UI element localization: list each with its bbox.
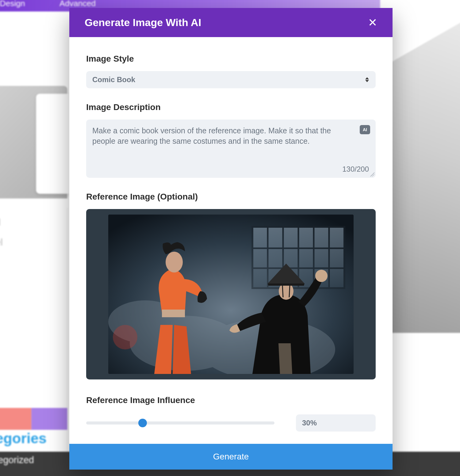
image-style-select[interactable]: Comic Book [86, 71, 376, 88]
modal-title: Generate Image With AI [85, 17, 201, 29]
svg-line-17 [282, 286, 283, 297]
image-description-input[interactable]: Make a comic book version of the referen… [86, 120, 376, 178]
generate-image-modal: Generate Image With AI ✕ Image Style Com… [69, 8, 393, 470]
svg-point-15 [315, 270, 328, 282]
influence-value-text: 30% [302, 419, 317, 427]
generate-button[interactable]: Generate [69, 444, 393, 470]
modal-header: Generate Image With AI ✕ [69, 8, 393, 37]
resize-handle-icon[interactable] [370, 172, 374, 177]
bg-uncategorized: tegorized [0, 455, 34, 466]
select-caret-icon [365, 77, 369, 82]
image-description-label: Image Description [86, 102, 376, 112]
reference-image-icon [108, 215, 354, 374]
reference-image-label: Reference Image (Optional) [86, 192, 376, 202]
svg-rect-13 [162, 310, 185, 317]
bg-tab-design: Design [0, 0, 25, 8]
bg-side-item-2: el [0, 237, 67, 248]
close-icon: ✕ [368, 16, 377, 29]
influence-slider[interactable] [86, 421, 274, 425]
influence-label: Reference Image Influence [86, 395, 376, 405]
modal-body: Image Style Comic Book Image Description… [69, 37, 393, 444]
influence-row: 30% [86, 414, 376, 432]
character-count: 130/200 [342, 165, 369, 173]
svg-point-19 [113, 325, 137, 349]
svg-point-14 [166, 252, 183, 272]
reference-image-preview[interactable] [86, 209, 376, 379]
image-description-text: Make a comic book version of the referen… [92, 126, 354, 147]
svg-line-18 [289, 286, 290, 297]
bg-color-bar [0, 408, 67, 430]
close-button[interactable]: ✕ [368, 17, 377, 28]
bg-side-item-1: d [0, 217, 67, 228]
ai-suggest-button[interactable]: AI [360, 125, 370, 134]
influence-value-input[interactable]: 30% [296, 414, 376, 432]
image-style-label: Image Style [86, 54, 376, 64]
bg-tab-advanced: Advanced [59, 0, 96, 8]
image-style-value: Comic Book [92, 75, 135, 84]
generate-button-label: Generate [213, 452, 249, 461]
ai-icon: AI [363, 127, 367, 132]
influence-slider-thumb[interactable] [138, 419, 147, 427]
bg-categories-heading: egories [0, 430, 47, 447]
